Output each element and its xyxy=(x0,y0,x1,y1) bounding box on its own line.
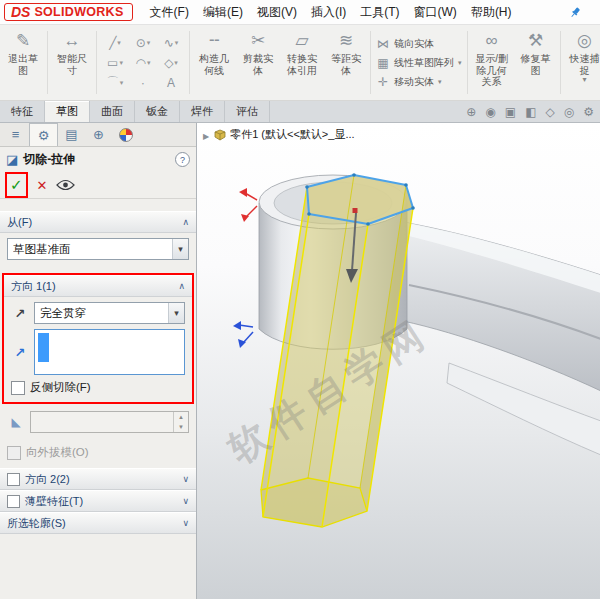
menu-tools[interactable]: 工具(T) xyxy=(353,2,406,23)
mirror-entities-button[interactable]: ⋈ 镜向实体 xyxy=(376,35,462,52)
construction-geometry-button[interactable]: ╌ 构造几 何线 xyxy=(192,27,236,98)
flyout-arrow-icon: ▾ xyxy=(117,39,121,47)
view-orientation-icon[interactable]: ◧ xyxy=(525,106,536,118)
tree-expand-icon[interactable] xyxy=(203,129,209,141)
offset-entities-button[interactable]: ≋ 等距实 体 xyxy=(324,27,368,98)
help-icon[interactable]: ? xyxy=(175,152,190,167)
spline-tool-button[interactable]: ∿▾ xyxy=(157,33,185,53)
move-entities-button[interactable]: ✛ 移动实体 ▾ xyxy=(376,73,462,90)
pin-menu-icon[interactable] xyxy=(569,6,582,19)
zoom-fit-icon[interactable]: ⊕ xyxy=(466,106,476,118)
line-tool-button[interactable]: ╱▾ xyxy=(101,33,129,53)
linear-pattern-icon: ▦ xyxy=(376,56,390,70)
spinner-up-icon xyxy=(174,412,188,422)
thin-feature-section-header[interactable]: 薄壁特征(T) xyxy=(0,490,196,512)
tab-evaluate[interactable]: 评估 xyxy=(225,101,270,122)
logo-text: SOLIDWORKS xyxy=(34,5,123,19)
from-section-header[interactable]: 从(F) xyxy=(0,211,196,233)
ellipse-tool-button[interactable]: ⌒▾ xyxy=(101,73,129,93)
direction2-checkbox[interactable] xyxy=(7,473,20,486)
preview-eye-button[interactable] xyxy=(56,179,75,191)
dimxpert-icon: ⊕ xyxy=(93,127,104,142)
trim-entities-button[interactable]: ✂ 剪裁实 体 xyxy=(236,27,280,98)
tab-property-manager[interactable]: ⚙ xyxy=(29,123,58,146)
draft-outward-label: 向外拔模(O) xyxy=(26,445,89,460)
reverse-direction-icon[interactable] xyxy=(11,304,29,322)
smart-dimension-button[interactable]: ↔ 智能尺 寸 xyxy=(50,27,94,98)
polygon-tool-button[interactable]: ◇▾ xyxy=(157,53,185,73)
section-view-icon[interactable]: ▣ xyxy=(505,106,516,118)
flyout-arrow-icon: ▾ xyxy=(147,39,151,47)
expand-chevron-icon xyxy=(182,518,189,528)
hide-show-items-icon[interactable]: ◎ xyxy=(564,106,574,118)
quick-snaps-button[interactable]: ◎ 快速捕 捉 ▾ xyxy=(563,27,600,98)
command-manager-ribbon: ✎ 退出草 图 ↔ 智能尺 寸 ╱▾ ⊙▾ ∿▾ ▭▾ ◠▾ ◇▾ ⌒▾ ∙ A… xyxy=(0,25,600,101)
display-delete-relations-button[interactable]: ∞ 显示/删 除几何 关系 xyxy=(470,27,514,98)
tab-sheet-metal[interactable]: 钣金 xyxy=(135,101,180,122)
tab-feature-manager[interactable]: ≡ xyxy=(2,123,29,146)
tab-surfaces[interactable]: 曲面 xyxy=(90,101,135,122)
selected-contours-section-header[interactable]: 所选轮廓(S) xyxy=(0,512,196,534)
draft-outward-checkbox: 向外拔模(O) xyxy=(0,445,196,460)
menu-view[interactable]: 视图(V) xyxy=(250,2,304,23)
tab-sketch[interactable]: 草图 xyxy=(45,101,90,122)
graphics-area[interactable]: 软件自学网 零件1 (默认<<默认>_显... xyxy=(197,123,600,599)
start-condition-select[interactable]: 草图基准面 xyxy=(7,238,189,260)
spinner-buttons xyxy=(173,412,188,432)
menu-file[interactable]: 文件(F) xyxy=(143,2,196,23)
display-manager-icon xyxy=(119,128,133,142)
tab-features[interactable]: 特征 xyxy=(0,101,45,122)
breadcrumb[interactable]: 零件1 (默认<<默认>_显... xyxy=(203,127,355,142)
thin-feature-checkbox[interactable] xyxy=(7,495,20,508)
ribbon-separator xyxy=(189,31,190,94)
checkbox-icon xyxy=(11,381,25,395)
menu-help[interactable]: 帮助(H) xyxy=(464,2,519,23)
direction2-section-header[interactable]: 方向 2(2) xyxy=(0,468,196,490)
expand-chevron-icon xyxy=(182,474,189,484)
convert-entities-button[interactable]: ▱ 转换实 体引用 xyxy=(280,27,324,98)
flyout-arrow-icon: ▾ xyxy=(174,59,178,67)
collapse-chevron-icon xyxy=(182,217,189,227)
feature-title-row: 切除-拉伸 ? xyxy=(0,147,196,172)
text-tool-button[interactable]: A xyxy=(157,73,185,93)
exit-sketch-button[interactable]: ✎ 退出草 图 xyxy=(1,27,45,98)
tab-weldments[interactable]: 焊件 xyxy=(180,101,225,122)
tab-display-manager[interactable] xyxy=(112,123,139,146)
arc-tool-button[interactable]: ◠▾ xyxy=(129,53,157,73)
rectangle-tool-button[interactable]: ▭▾ xyxy=(101,53,129,73)
display-style-icon[interactable]: ◇ xyxy=(546,106,555,118)
cancel-button[interactable] xyxy=(37,178,48,193)
previous-view-icon[interactable]: ◉ xyxy=(485,106,495,118)
tab-configuration-manager[interactable]: ▤ xyxy=(58,123,85,146)
direction-reference-listbox[interactable] xyxy=(34,329,185,375)
direction1-section-body: 完全贯穿 反侧切除(F) xyxy=(4,297,192,402)
direction1-section-header[interactable]: 方向 1(1) xyxy=(4,275,192,297)
point-tool-button[interactable]: ∙ xyxy=(129,73,157,93)
ok-button[interactable] xyxy=(10,176,23,194)
flip-side-label: 反侧切除(F) xyxy=(30,380,91,395)
panel-tab-bar: ≡ ⚙ ▤ ⊕ xyxy=(0,123,196,147)
flyout-arrow-icon: ▾ xyxy=(175,39,179,47)
repair-sketch-button[interactable]: ⚒ 修复草 图 xyxy=(514,27,558,98)
linear-pattern-button[interactable]: ▦ 线性草图阵列 ▾ xyxy=(376,54,462,71)
menu-insert[interactable]: 插入(I) xyxy=(304,2,353,23)
flip-side-checkbox[interactable]: 反侧切除(F) xyxy=(11,380,185,395)
draft-row xyxy=(0,411,196,433)
view-settings-icon[interactable]: ⚙ xyxy=(583,106,594,118)
tab-dimxpert[interactable]: ⊕ xyxy=(85,123,112,146)
annotation-highlight-direction1: 方向 1(1) 完全贯穿 xyxy=(2,273,194,404)
model-canvas[interactable] xyxy=(197,123,600,599)
flyout-arrow-icon: ▾ xyxy=(438,78,442,86)
menu-window[interactable]: 窗口(W) xyxy=(407,2,464,23)
menu-edit[interactable]: 编辑(E) xyxy=(196,2,250,23)
circle-tool-button[interactable]: ⊙▾ xyxy=(129,33,157,53)
direction-reference-icon xyxy=(11,343,29,361)
property-manager-panel: ≡ ⚙ ▤ ⊕ 切除-拉伸 ? xyxy=(0,123,197,599)
feature-title: 切除-拉伸 xyxy=(23,151,75,168)
command-tab-bar: 特征 草图 曲面 钣金 焊件 评估 ⊕ ◉ ▣ ◧ ◇ ◎ ⚙ xyxy=(0,101,600,123)
main-area: ≡ ⚙ ▤ ⊕ 切除-拉伸 ? xyxy=(0,123,600,599)
pattern-tools-stack: ⋈ 镜向实体 ▦ 线性草图阵列 ▾ ✛ 移动实体 ▾ xyxy=(373,27,465,98)
end-condition-select[interactable]: 完全贯穿 xyxy=(34,302,185,324)
draft-angle-value xyxy=(31,412,173,432)
circle-icon: ⊙ xyxy=(136,36,146,50)
